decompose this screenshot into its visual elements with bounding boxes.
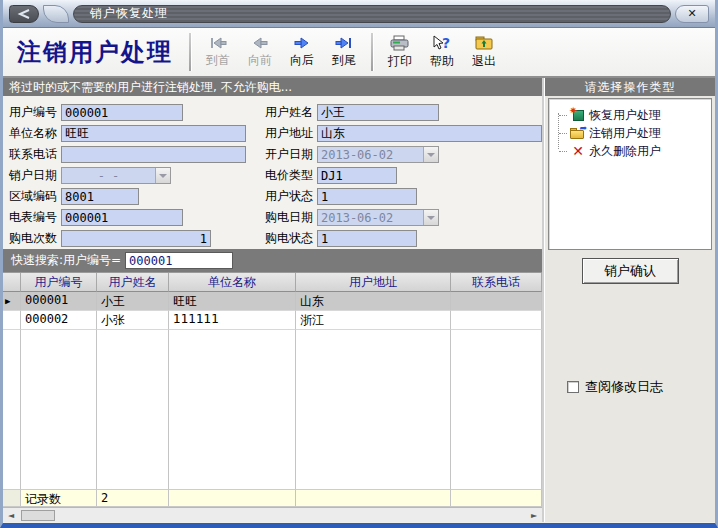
table-header-row: 用户编号 用户姓名 单位名称 用户地址 联系电话 <box>3 273 542 292</box>
field-label-user-id: 用户编号 <box>9 104 61 121</box>
nav-last-button[interactable]: 到尾 <box>323 31 365 73</box>
cell-phone[interactable] <box>451 311 542 330</box>
tree-item-delete-user[interactable]: ✕ 永久删除用户 <box>555 142 711 160</box>
record-count-label: 记录数 <box>21 489 97 507</box>
meter-id-field[interactable] <box>61 209 183 226</box>
tree-item-label: 恢复用户处理 <box>589 107 661 124</box>
scroll-left-arrow-icon[interactable]: ◄ <box>3 509 19 522</box>
horizontal-scrollbar[interactable]: ◄ ► <box>3 507 542 522</box>
cell-unit-name[interactable]: 旺旺 <box>169 292 296 311</box>
window-title: 销户恢复处理 <box>90 5 168 22</box>
field-label-open-date: 开户日期 <box>265 146 317 163</box>
cell-address[interactable]: 山东 <box>296 292 451 311</box>
form-column-right: 用户姓名 用户地址 开户日期 2013-06-02 <box>265 102 542 249</box>
open-date-dropdown[interactable]: 2013-06-02 <box>317 146 439 163</box>
open-date-value: 2013-06-02 <box>318 147 423 162</box>
column-header-user-id[interactable]: 用户编号 <box>21 273 97 292</box>
form-row: 用户姓名 <box>265 102 542 123</box>
search-input[interactable] <box>125 252 233 269</box>
field-label-purchase-date: 购电日期 <box>265 209 317 226</box>
nav-next-button[interactable]: 向后 <box>281 31 323 73</box>
field-label-purchase-count: 购电次数 <box>9 230 61 247</box>
user-status-field[interactable] <box>317 188 417 205</box>
tree-elbow <box>559 133 567 134</box>
form-row: 联系电话 <box>9 144 265 165</box>
field-label-user-name: 用户姓名 <box>265 104 317 121</box>
nav-prev-button[interactable]: 向前 <box>239 31 281 73</box>
view-log-checkbox-row[interactable]: 查阅修改日志 <box>567 378 663 396</box>
nav-next-label: 向后 <box>290 52 314 69</box>
address-field[interactable] <box>317 125 542 142</box>
scroll-right-arrow-icon[interactable]: ► <box>526 509 542 522</box>
cancel-date-dropdown[interactable]: - - <box>61 167 171 184</box>
cell-user-id[interactable]: 000001 <box>21 292 97 311</box>
toolbar-separator <box>189 33 191 71</box>
area-code-field[interactable] <box>61 188 139 205</box>
close-icon: ✕ <box>687 7 696 20</box>
prev-arrow-icon <box>250 36 270 50</box>
deregister-user-icon: ➦ <box>570 126 586 140</box>
phone-field[interactable] <box>61 146 246 163</box>
dropdown-arrow-icon[interactable] <box>155 168 170 183</box>
view-log-label: 查阅修改日志 <box>585 378 663 396</box>
row-selected-marker: ▶ <box>3 292 21 311</box>
purchase-status-field[interactable] <box>317 230 417 247</box>
toolbar: 注销用户处理 到首 向前 向后 <box>3 28 715 78</box>
form-row: 电表编号 <box>9 207 265 228</box>
search-label: 快速搜索:用户编号= <box>11 252 121 269</box>
left-pane: 将过时的或不需要的用户进行注销处理, 不允许购电... 用户编号 单位名称 联系… <box>3 78 544 522</box>
nav-prev-label: 向前 <box>248 52 272 69</box>
purchase-count-field[interactable] <box>61 230 211 247</box>
scrollbar-thumb[interactable] <box>21 510 55 521</box>
column-header-unit-name[interactable]: 单位名称 <box>169 273 296 292</box>
nav-first-button[interactable]: 到首 <box>197 31 239 73</box>
column-header-user-name[interactable]: 用户姓名 <box>97 273 169 292</box>
table-row[interactable]: 000002 小张 111111 浙江 <box>3 311 542 330</box>
user-id-field[interactable] <box>61 104 183 121</box>
cell-address[interactable]: 浙江 <box>296 311 451 330</box>
close-button[interactable]: ✕ <box>675 5 709 23</box>
cell-unit-name[interactable]: 111111 <box>169 311 296 330</box>
field-label-meter-id: 电表编号 <box>9 209 61 226</box>
cell-user-name[interactable]: 小王 <box>97 292 169 311</box>
quick-search-bar: 快速搜索:用户编号= <box>3 249 542 272</box>
titlebar-wedge-left <box>43 5 69 23</box>
view-log-checkbox[interactable] <box>567 381 579 393</box>
nav-first-label: 到首 <box>206 52 230 69</box>
exit-button[interactable]: 退出 <box>463 31 505 73</box>
print-button[interactable]: 打印 <box>379 31 421 73</box>
exit-folder-icon <box>473 35 495 51</box>
exit-label: 退出 <box>472 53 496 70</box>
last-arrow-icon <box>334 36 354 50</box>
column-header-address[interactable]: 用户地址 <box>296 273 451 292</box>
unit-name-field[interactable] <box>61 125 246 142</box>
app-icon <box>9 5 39 23</box>
cancel-account-confirm-button[interactable]: 销户确认 <box>582 258 679 284</box>
cell-user-name[interactable]: 小张 <box>97 311 169 330</box>
field-label-phone: 联系电话 <box>9 146 61 163</box>
purchase-date-dropdown[interactable]: 2013-06-02 <box>317 209 439 226</box>
price-type-field[interactable] <box>317 167 397 184</box>
app-window: 销户恢复处理 ✕ 注销用户处理 到首 向前 <box>0 0 718 528</box>
form-row: 销户日期 - - <box>9 165 265 186</box>
field-label-purchase-status: 购电状态 <box>265 230 317 247</box>
help-label: 帮助 <box>430 53 454 70</box>
purchase-date-value: 2013-06-02 <box>318 210 423 225</box>
form-column-left: 用户编号 单位名称 联系电话 销户日期 - - <box>9 102 265 249</box>
help-button[interactable]: ? 帮助 <box>421 31 463 73</box>
tree-item-restore-user[interactable]: ✷ 恢复用户处理 <box>555 106 711 124</box>
tree-item-deregister-user[interactable]: ➦ 注销用户处理 <box>555 124 711 142</box>
dropdown-arrow-icon[interactable] <box>423 210 438 225</box>
toolbar-separator <box>371 33 373 71</box>
cell-phone[interactable] <box>451 292 542 311</box>
cell-user-id[interactable]: 000002 <box>21 311 97 330</box>
field-label-price-type: 电价类型 <box>265 167 317 184</box>
dropdown-arrow-icon[interactable] <box>423 147 438 162</box>
table-row[interactable]: ▶ 000001 小王 旺旺 山东 <box>3 292 542 311</box>
field-label-cancel-date: 销户日期 <box>9 167 61 184</box>
field-label-area-code: 区域编码 <box>9 188 61 205</box>
form-row: 购电状态 <box>265 228 542 249</box>
user-name-field[interactable] <box>317 104 439 121</box>
column-header-phone[interactable]: 联系电话 <box>451 273 542 292</box>
record-count-value: 2 <box>97 489 169 507</box>
